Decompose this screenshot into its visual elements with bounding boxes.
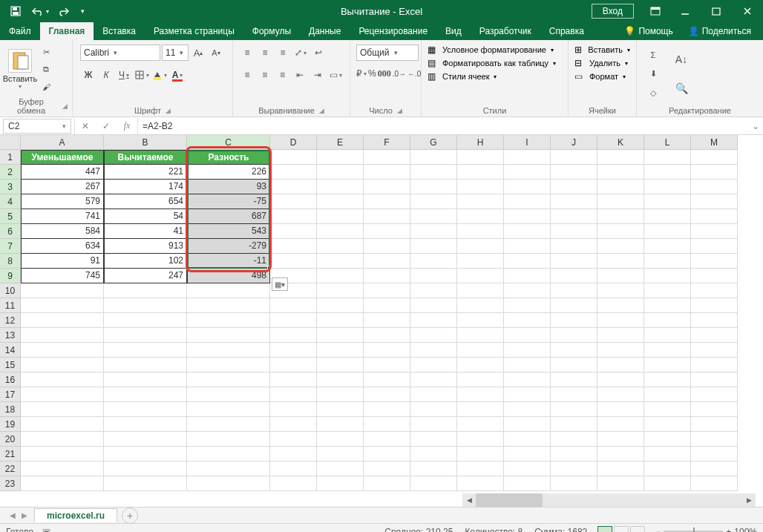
autosum-icon[interactable]: Σ	[646, 48, 661, 62]
cell[interactable]	[504, 417, 551, 432]
tell-me-button[interactable]: 💡Помощь	[617, 22, 680, 40]
cell[interactable]	[504, 180, 551, 194]
formula-input[interactable]: =A2-B2	[138, 121, 748, 131]
view-page-layout-icon[interactable]	[614, 526, 629, 533]
row-header[interactable]: 11	[0, 298, 21, 313]
row-header[interactable]: 12	[0, 313, 21, 328]
cell[interactable]: 93	[187, 180, 270, 194]
row-header[interactable]: 7	[0, 239, 21, 254]
cell[interactable]	[364, 447, 410, 462]
cell[interactable]	[551, 194, 597, 209]
cell[interactable]	[457, 283, 504, 298]
currency-icon[interactable]: ₽	[356, 65, 367, 82]
row-header[interactable]: 18	[0, 402, 21, 417]
cell[interactable]	[551, 387, 597, 402]
cell[interactable]	[410, 432, 457, 447]
cell[interactable]	[270, 239, 317, 254]
cell[interactable]	[691, 387, 738, 402]
cell[interactable]: -11	[187, 254, 270, 269]
cell[interactable]	[691, 254, 738, 269]
signin-button[interactable]: Вход	[592, 4, 634, 19]
tab-file[interactable]: Файл	[0, 22, 40, 40]
cell[interactable]	[317, 313, 364, 328]
fill-icon[interactable]: ⬇	[646, 67, 661, 80]
row-header[interactable]: 23	[0, 476, 21, 491]
cell[interactable]	[317, 387, 364, 402]
cell[interactable]	[691, 298, 738, 313]
cell[interactable]	[317, 209, 364, 224]
cell[interactable]	[364, 328, 410, 343]
cell[interactable]	[644, 180, 691, 194]
cell[interactable]	[551, 298, 597, 313]
cell[interactable]	[691, 328, 738, 343]
row-header[interactable]: 15	[0, 358, 21, 372]
cell[interactable]	[551, 462, 597, 476]
cell[interactable]	[104, 343, 187, 358]
cell[interactable]	[457, 269, 504, 283]
borders-button[interactable]	[134, 67, 150, 83]
find-select-icon[interactable]: 🔍	[671, 78, 692, 99]
dialog-launcher-icon[interactable]: ◢	[397, 107, 402, 114]
cell[interactable]	[644, 432, 691, 447]
cell[interactable]	[410, 165, 457, 180]
increase-decimal-icon[interactable]: .0→	[393, 65, 406, 82]
column-header[interactable]: E	[317, 135, 364, 150]
cell[interactable]	[504, 372, 551, 387]
cell[interactable]	[691, 432, 738, 447]
cell[interactable]	[597, 372, 644, 387]
cell[interactable]	[410, 372, 457, 387]
cell[interactable]	[644, 269, 691, 283]
cell[interactable]	[270, 447, 317, 462]
cell[interactable]: 745	[21, 269, 104, 283]
cell[interactable]	[317, 165, 364, 180]
row-header[interactable]: 19	[0, 417, 21, 432]
cell[interactable]	[410, 417, 457, 432]
cell[interactable]	[597, 283, 644, 298]
cell[interactable]	[551, 239, 597, 254]
cell[interactable]	[270, 343, 317, 358]
cell[interactable]	[21, 358, 104, 372]
cell[interactable]	[504, 269, 551, 283]
cell[interactable]	[270, 328, 317, 343]
cell[interactable]	[551, 447, 597, 462]
cell[interactable]: 41	[104, 224, 187, 239]
cell[interactable]	[457, 402, 504, 417]
ribbon-display-icon[interactable]	[641, 0, 669, 22]
cell[interactable]	[644, 387, 691, 402]
cell[interactable]	[644, 462, 691, 476]
cell[interactable]	[644, 313, 691, 328]
cell[interactable]	[410, 269, 457, 283]
column-header[interactable]: K	[597, 135, 644, 150]
cell[interactable]	[317, 194, 364, 209]
cell[interactable]	[21, 298, 104, 313]
cell[interactable]	[551, 254, 597, 269]
cell[interactable]	[104, 462, 187, 476]
cell[interactable]	[644, 239, 691, 254]
cell[interactable]	[644, 209, 691, 224]
align-middle-icon[interactable]: ≡	[257, 45, 273, 61]
column-header[interactable]: C	[187, 135, 270, 150]
tab-data[interactable]: Данные	[300, 22, 350, 40]
row-header[interactable]: 6	[0, 224, 21, 239]
cell[interactable]	[21, 402, 104, 417]
cell[interactable]	[270, 387, 317, 402]
cell[interactable]	[104, 387, 187, 402]
cell[interactable]	[504, 447, 551, 462]
macro-record-icon[interactable]: ▣	[42, 527, 50, 533]
cell[interactable]	[644, 150, 691, 165]
row-header[interactable]: 8	[0, 254, 21, 269]
cell[interactable]	[597, 343, 644, 358]
align-center-icon[interactable]: ≡	[257, 67, 273, 83]
column-header[interactable]: B	[104, 135, 187, 150]
row-header[interactable]: 1	[0, 150, 21, 165]
cell[interactable]: 267	[21, 180, 104, 194]
cell[interactable]	[504, 150, 551, 165]
cell[interactable]	[364, 283, 410, 298]
cell[interactable]	[691, 358, 738, 372]
cell[interactable]	[597, 417, 644, 432]
cell[interactable]	[644, 476, 691, 491]
cell[interactable]	[187, 476, 270, 491]
format-cells-button[interactable]: ▭Формат▾	[574, 71, 630, 82]
cell[interactable]	[21, 447, 104, 462]
select-all-corner[interactable]	[0, 135, 21, 150]
